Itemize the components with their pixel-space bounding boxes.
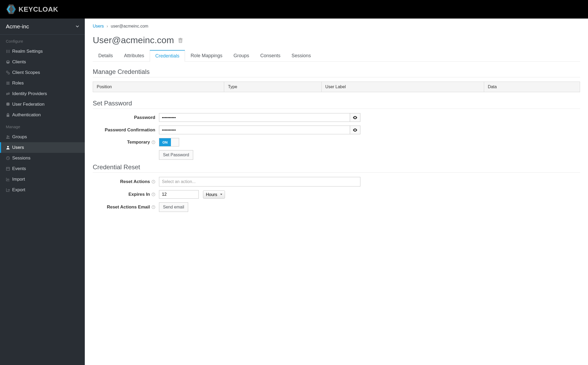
svg-point-7 (8, 136, 9, 137)
realm-name: Acme-inc (6, 23, 29, 30)
expires-label: Expires In (129, 192, 150, 197)
svg-text:?: ? (153, 193, 154, 196)
sidebar-item-import[interactable]: Import (0, 174, 85, 185)
delete-user-button[interactable] (178, 37, 183, 43)
sidebar: Acme-inc Configure Realm SettingsClients… (0, 19, 85, 365)
sidebar-item-label: Roles (12, 81, 24, 86)
set-password-heading: Set Password (93, 100, 580, 109)
temporary-label: Temporary (127, 140, 150, 145)
column-position: Position (93, 82, 224, 92)
expires-value-input[interactable] (159, 190, 199, 199)
tabs: DetailsAttributesCredentialsRole Mapping… (93, 50, 580, 62)
svg-point-8 (7, 146, 9, 148)
column-data: Data (484, 82, 580, 92)
tab-groups[interactable]: Groups (228, 50, 255, 61)
sidebar-item-label: Events (12, 166, 26, 171)
tab-credentials[interactable]: Credentials (150, 50, 185, 62)
sidebar-item-authentication[interactable]: Authentication (0, 110, 85, 120)
app-header: KEYCLOAK (0, 0, 588, 19)
reset-actions-select[interactable]: Select an action... (159, 177, 360, 186)
breadcrumb-separator: › (107, 24, 108, 28)
sidebar-item-realm-settings[interactable]: Realm Settings (0, 46, 85, 57)
sidebar-item-label: Groups (12, 134, 27, 140)
password-input[interactable] (159, 113, 350, 122)
export-icon (6, 188, 10, 192)
breadcrumb-current: user@acmeinc.com (111, 24, 148, 28)
exchange-icon (6, 92, 10, 96)
cube-icon (6, 60, 10, 64)
sliders-icon (6, 49, 10, 54)
tab-consents[interactable]: Consents (255, 50, 286, 61)
sidebar-item-export[interactable]: Export (0, 185, 85, 195)
svg-point-5 (6, 103, 10, 104)
main-content: Users › user@acmeinc.com User@acmeinc.co… (85, 19, 588, 365)
reset-actions-label: Reset Actions (120, 179, 150, 184)
reset-email-help-icon[interactable]: ? (152, 205, 155, 209)
expires-unit-select[interactable]: Hours (203, 190, 225, 199)
svg-point-3 (6, 71, 8, 73)
import-icon (6, 177, 10, 181)
sidebar-item-label: Realm Settings (12, 49, 43, 54)
column-type: Type (224, 82, 321, 92)
user-icon (6, 145, 10, 150)
chevron-down-icon (76, 25, 79, 28)
sidebar-item-users[interactable]: Users (0, 142, 85, 153)
sidebar-item-label: Identity Providers (12, 91, 47, 96)
section-manage-header: Manage (0, 120, 85, 132)
password-confirm-input[interactable] (159, 126, 350, 134)
sidebar-item-user-federation[interactable]: User Federation (0, 99, 85, 110)
sidebar-item-clients[interactable]: Clients (0, 57, 85, 67)
svg-text:?: ? (153, 141, 154, 144)
svg-text:?: ? (153, 206, 154, 208)
section-configure-header: Configure (0, 35, 85, 46)
sidebar-item-label: Sessions (12, 155, 30, 161)
toggle-handle (171, 138, 179, 146)
realm-selector[interactable]: Acme-inc (0, 19, 85, 35)
logo-text: KEYCLOAK (19, 5, 58, 14)
tab-attributes[interactable]: Attributes (118, 50, 150, 61)
sidebar-item-client-scopes[interactable]: Client Scopes (0, 67, 85, 78)
lock-icon (6, 113, 10, 117)
sidebar-item-roles[interactable]: Roles (0, 78, 85, 88)
credential-reset-heading: Credential Reset (93, 163, 580, 173)
clock-icon (6, 156, 10, 160)
expires-help-icon[interactable]: ? (152, 193, 155, 196)
breadcrumb-parent-link[interactable]: Users (93, 24, 104, 28)
set-password-button[interactable]: Set Password (159, 150, 193, 160)
reset-actions-help-icon[interactable]: ? (152, 180, 155, 184)
tab-details[interactable]: Details (93, 50, 118, 61)
sidebar-item-label: Import (12, 177, 25, 182)
manage-credentials-heading: Manage Credentials (93, 68, 580, 77)
breadcrumb: Users › user@acmeinc.com (93, 24, 580, 29)
send-email-button[interactable]: Send email (159, 202, 188, 212)
temporary-toggle[interactable]: ON (159, 138, 179, 146)
logo[interactable]: KEYCLOAK (5, 3, 58, 15)
list-icon (6, 81, 10, 85)
sidebar-item-label: Authentication (12, 112, 41, 118)
group-icon (6, 135, 10, 139)
temporary-help-icon[interactable]: ? (152, 140, 155, 144)
sidebar-item-label: Client Scopes (12, 70, 40, 75)
keycloak-logo-icon (5, 3, 17, 15)
toggle-on-label: ON (159, 138, 171, 146)
calendar-icon (6, 167, 10, 171)
svg-point-4 (8, 73, 10, 74)
page-title: User@acmeinc.com (93, 35, 174, 45)
tab-sessions[interactable]: Sessions (286, 50, 316, 61)
sidebar-item-groups[interactable]: Groups (0, 132, 85, 142)
tab-role-mappings[interactable]: Role Mappings (185, 50, 228, 61)
credentials-table: PositionTypeUser LabelData (93, 82, 580, 92)
sidebar-item-sessions[interactable]: Sessions (0, 153, 85, 163)
sidebar-item-label: User Federation (12, 102, 45, 107)
scopes-icon (6, 70, 10, 75)
reveal-password-button[interactable] (350, 113, 360, 122)
svg-text:?: ? (153, 180, 154, 183)
sidebar-item-label: Export (12, 187, 25, 193)
password-confirm-label: Password Confirmation (93, 127, 159, 133)
sidebar-item-identity-providers[interactable]: Identity Providers (0, 88, 85, 99)
svg-point-6 (7, 136, 8, 137)
sidebar-item-events[interactable]: Events (0, 163, 85, 174)
reveal-confirm-button[interactable] (350, 126, 360, 134)
password-label: Password (93, 115, 159, 120)
database-icon (6, 102, 10, 106)
